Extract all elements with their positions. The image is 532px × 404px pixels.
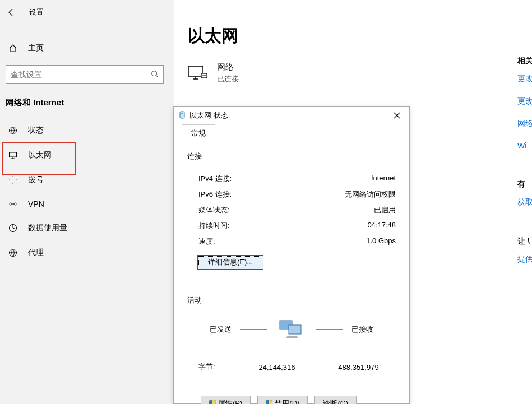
close-button[interactable]: [389, 109, 405, 122]
home-icon: [8, 44, 18, 53]
sidebar-item-label: 代理: [28, 248, 44, 258]
sidebar-item-label: 状态: [28, 126, 44, 136]
sidebar-item-label: 拨号: [28, 175, 44, 185]
dialog-body: 连接 IPv4 连接: Internet IPv6 连接: 无网络访问权限 媒体…: [174, 142, 409, 404]
activity-section-title: 活动: [187, 295, 396, 305]
row-ipv6: IPv6 连接: 无网络访问权限: [187, 187, 396, 202]
svg-rect-20: [289, 325, 301, 334]
properties-button[interactable]: 属性(P): [201, 396, 251, 404]
related-link[interactable]: 网络: [517, 119, 532, 129]
dialog-tabs: 常规: [177, 124, 406, 142]
page-title: 以太网: [188, 25, 502, 48]
svg-rect-3: [10, 152, 17, 157]
network-item[interactable]: 网络 已连接: [188, 62, 502, 84]
monitor-icon: [8, 151, 18, 160]
bytes-recv-value: 488,351,979: [326, 363, 391, 372]
related-link[interactable]: 更改: [517, 96, 532, 106]
computers-icon: [276, 317, 307, 342]
disable-button[interactable]: 禁用(D): [257, 396, 308, 404]
sidebar-nav-list: 状态 以太网 拨号 VPN 数据使用量: [0, 118, 174, 265]
window-title: 设置: [29, 7, 44, 17]
sidebar-item-label: VPN: [28, 199, 44, 208]
network-texts: 网络 已连接: [217, 62, 239, 84]
sent-label: 已发送: [210, 324, 232, 335]
value: Internet: [371, 174, 396, 184]
network-monitor-icon: [188, 66, 208, 81]
feedback-heading: 让 \: [517, 236, 532, 247]
search-input[interactable]: [11, 70, 145, 79]
network-adapter-icon: [178, 111, 186, 120]
network-name: 网络: [217, 62, 239, 73]
network-status: 已连接: [217, 74, 239, 84]
sidebar-item-proxy[interactable]: 代理: [0, 240, 174, 265]
activity-section: 活动 已发送 已接收 字节: 24,144,316: [187, 295, 396, 373]
details-button[interactable]: 详细信息(E)...: [197, 255, 263, 270]
sidebar-item-vpn[interactable]: VPN: [0, 192, 174, 216]
button-label: 属性(P): [218, 398, 242, 404]
help-heading: 有: [517, 179, 532, 189]
globe-icon: [8, 248, 18, 257]
activity-graphic-row: 已发送 已接收: [187, 317, 396, 342]
bytes-label: 字节:: [198, 362, 238, 372]
row-speed: 速度: 1.0 Gbps: [187, 234, 396, 249]
shield-icon: [209, 400, 216, 404]
button-label: 禁用(D): [275, 398, 299, 404]
settings-sidebar: 设置 主页 网络和 Internet 状态 以太网: [0, 0, 174, 404]
row-ipv4: IPv4 连接: Internet: [187, 171, 396, 187]
related-link[interactable]: Wi: [517, 141, 532, 150]
related-link[interactable]: 更改: [517, 74, 532, 84]
help-link[interactable]: 获取: [517, 197, 532, 207]
sidebar-section-title: 网络和 Internet: [0, 94, 174, 114]
dialog-button-row: 属性(P) 禁用(D) 诊断(G): [187, 373, 396, 404]
shield-icon: [266, 400, 272, 404]
line-decoration: [240, 329, 267, 330]
svg-point-7: [10, 203, 12, 205]
label: 速度:: [198, 236, 215, 247]
sidebar-item-dialup[interactable]: 拨号: [0, 168, 174, 192]
tab-general[interactable]: 常规: [182, 124, 215, 142]
diagnose-button[interactable]: 诊断(G): [314, 396, 357, 404]
label: IPv6 连接:: [198, 189, 232, 199]
data-usage-icon: [8, 224, 18, 233]
divider: [187, 309, 396, 309]
value: 1.0 Gbps: [366, 236, 396, 247]
dialog-title: 以太网 状态: [189, 110, 228, 120]
value: 已启用: [374, 205, 396, 215]
back-icon[interactable]: [6, 7, 17, 18]
dialup-icon: [8, 175, 18, 184]
sidebar-item-datausage[interactable]: 数据使用量: [0, 216, 174, 240]
titlebar-row: 设置: [0, 4, 174, 25]
globe-icon: [8, 126, 18, 135]
svg-point-0: [152, 71, 157, 76]
bytes-row: 字节: 24,144,316 488,351,979: [187, 345, 396, 373]
dialog-titlebar[interactable]: 以太网 状态: [174, 107, 409, 124]
main-content: 以太网 网络 已连接: [188, 25, 502, 84]
row-media-state: 媒体状态: 已启用: [187, 202, 396, 218]
label: 媒体状态:: [198, 205, 230, 215]
feedback-link[interactable]: 提供: [517, 254, 532, 264]
label: IPv4 连接:: [198, 174, 232, 184]
value: 无网络访问权限: [345, 189, 396, 199]
divider: [321, 361, 321, 373]
ethernet-status-dialog: 以太网 状态 常规 连接 IPv4 连接: Internet IPv6 连接: …: [173, 106, 410, 404]
related-links-column: 相关 更改 更改 网络 Wi 有 获取 让 \ 提供: [517, 56, 532, 277]
sidebar-home-label: 主页: [28, 43, 44, 53]
search-box[interactable]: [6, 65, 164, 84]
connection-section-title: 连接: [187, 151, 396, 161]
label: 持续时间:: [198, 221, 230, 231]
svg-rect-21: [286, 336, 298, 338]
search-icon: [151, 70, 159, 80]
value: 04:17:48: [367, 221, 396, 231]
svg-rect-17: [180, 112, 184, 118]
bytes-sent-value: 24,144,316: [238, 363, 316, 372]
row-duration: 持续时间: 04:17:48: [187, 218, 396, 234]
divider: [187, 165, 396, 165]
sidebar-home[interactable]: 主页: [0, 36, 174, 61]
sidebar-item-status[interactable]: 状态: [0, 118, 174, 143]
related-heading: 相关: [517, 56, 532, 66]
svg-line-1: [156, 75, 159, 77]
sidebar-item-label: 以太网: [28, 150, 52, 160]
line-decoration: [316, 329, 343, 330]
sidebar-item-ethernet[interactable]: 以太网: [0, 143, 174, 168]
recv-label: 已接收: [351, 324, 373, 335]
